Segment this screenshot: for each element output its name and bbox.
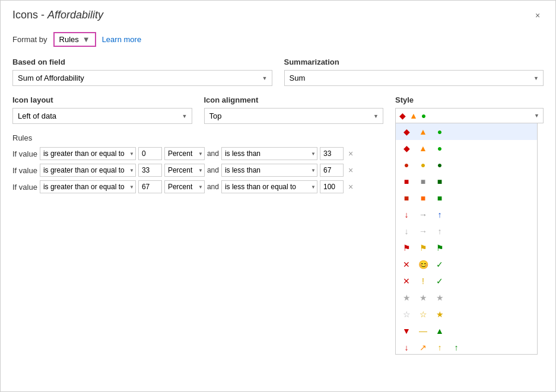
style-row-12[interactable]: ▼—▲ bbox=[396, 323, 537, 339]
style-icon: ▲ bbox=[417, 142, 429, 154]
style-panel: Style ◆ ▲ ● ▼ ◆▲●◆▲●●●●■■■■■■↓→↑↓→↑⚑⚑⚑✕😊… bbox=[395, 95, 544, 355]
style-row-1[interactable]: ◆▲● bbox=[396, 140, 537, 157]
icon-alignment-group: Icon alignment Top bbox=[204, 95, 384, 124]
style-icon: ! bbox=[417, 275, 429, 287]
style-icon: ↓ bbox=[401, 342, 412, 353]
rule-condition1-2-wrapper: is greater than or equal tois less thani… bbox=[40, 180, 136, 193]
rule-row-2: If valueis greater than or equal tois le… bbox=[12, 180, 383, 193]
rule-and-0: and bbox=[207, 149, 219, 158]
based-on-field-select[interactable]: Sum of Affordability bbox=[12, 70, 272, 86]
icon-layout-label: Icon layout bbox=[12, 95, 192, 104]
rule-rows: If valueis greater than or equal tois le… bbox=[12, 147, 383, 193]
rule-condition1-1-wrapper: is greater than or equal tois less thani… bbox=[40, 164, 136, 177]
style-icon: 😊 bbox=[417, 259, 429, 270]
rule-delete-0[interactable]: × bbox=[348, 149, 353, 158]
rule-row-1: If valueis greater than or equal tois le… bbox=[12, 164, 383, 177]
based-on-field-group: Based on field Sum of Affordability bbox=[12, 58, 272, 86]
rule-value2-2[interactable] bbox=[320, 180, 344, 193]
style-icon: ↓ bbox=[401, 225, 412, 237]
style-row-4[interactable]: ■■■ bbox=[396, 190, 537, 206]
icon-layout-select[interactable]: Left of data bbox=[12, 108, 192, 124]
style-icon: ↑ bbox=[450, 342, 462, 353]
style-icon: ■ bbox=[434, 192, 446, 204]
rule-delete-1[interactable]: × bbox=[348, 165, 353, 175]
field-summarization-row: Based on field Sum of Affordability Summ… bbox=[12, 58, 544, 86]
learn-more-link[interactable]: Learn more bbox=[102, 35, 141, 44]
style-icon: ⚑ bbox=[434, 242, 446, 254]
style-row-2[interactable]: ●●● bbox=[396, 157, 537, 173]
icons-dialog: Icons - Affordability × Format by Rules … bbox=[0, 0, 556, 392]
rule-value1-1[interactable] bbox=[138, 164, 162, 177]
style-row-13[interactable]: ↓↗↑↑ bbox=[396, 339, 537, 355]
title-bar: Icons - Affordability × bbox=[1, 1, 555, 27]
style-label: Style bbox=[395, 95, 544, 104]
style-row-3[interactable]: ■■■ bbox=[396, 173, 537, 190]
rule-condition2-1[interactable]: is greater than or equal tois less thani… bbox=[221, 164, 317, 177]
style-icon: ⚑ bbox=[401, 242, 412, 254]
rule-unit-1-wrapper: PercentNumber bbox=[164, 164, 205, 177]
style-icon: ✓ bbox=[434, 275, 446, 287]
rule-unit-2[interactable]: PercentNumber bbox=[164, 180, 205, 193]
icon-alignment-select[interactable]: Top bbox=[204, 108, 384, 124]
rule-unit-0[interactable]: PercentNumber bbox=[164, 147, 205, 160]
style-row-7[interactable]: ⚑⚑⚑ bbox=[396, 240, 537, 256]
format-by-select[interactable]: Rules ▼ bbox=[53, 32, 96, 47]
rule-unit-1[interactable]: PercentNumber bbox=[164, 164, 205, 177]
style-icon: ▲ bbox=[417, 126, 429, 138]
style-icon: ◆ bbox=[401, 126, 412, 138]
style-icon: ◆ bbox=[401, 142, 412, 154]
rule-value1-0[interactable] bbox=[138, 147, 162, 160]
style-icon: ■ bbox=[401, 176, 412, 187]
style-icon: ★ bbox=[417, 292, 429, 304]
rule-condition2-2[interactable]: is greater than or equal tois less thani… bbox=[221, 180, 317, 193]
style-icon: ↓ bbox=[401, 209, 412, 221]
close-button[interactable]: × bbox=[532, 9, 544, 21]
rule-delete-2[interactable]: × bbox=[348, 182, 353, 192]
rule-value2-1[interactable] bbox=[320, 164, 344, 177]
format-row: Format by Rules ▼ Learn more bbox=[12, 32, 544, 47]
style-icon: ▲ bbox=[434, 325, 446, 337]
summarization-wrapper: Sum bbox=[284, 70, 544, 86]
style-icon: ↗ bbox=[417, 342, 429, 353]
summarization-select[interactable]: Sum bbox=[284, 70, 544, 86]
style-row-11[interactable]: ☆☆★ bbox=[396, 306, 537, 323]
style-dropdown[interactable]: ◆▲●◆▲●●●●■■■■■■↓→↑↓→↑⚑⚑⚑✕😊✓✕!✓★★★☆☆★▼—▲↓… bbox=[395, 123, 538, 355]
rule-condition2-1-wrapper: is greater than or equal tois less thani… bbox=[221, 164, 317, 177]
style-icon: ⚑ bbox=[417, 242, 429, 254]
rule-condition1-2[interactable]: is greater than or equal tois less thani… bbox=[40, 180, 136, 193]
style-row-5[interactable]: ↓→↑ bbox=[396, 206, 537, 223]
style-icon: ■ bbox=[417, 192, 429, 204]
style-icon: ↑ bbox=[434, 342, 446, 353]
style-row-10[interactable]: ★★★ bbox=[396, 289, 537, 306]
rule-if-label: If value bbox=[12, 149, 37, 158]
style-icon: ● bbox=[434, 142, 446, 154]
style-row-6[interactable]: ↓→↑ bbox=[396, 223, 537, 240]
rule-unit-0-wrapper: PercentNumber bbox=[164, 147, 205, 160]
title-italic: Affordability bbox=[47, 9, 103, 21]
rule-row-0: If valueis greater than or equal tois le… bbox=[12, 147, 383, 160]
rules-label: Rules bbox=[12, 133, 383, 142]
style-icon: ■ bbox=[417, 176, 429, 187]
rule-condition1-1[interactable]: is greater than or equal tois less thani… bbox=[40, 164, 136, 177]
icon-alignment-label: Icon alignment bbox=[204, 95, 384, 104]
style-icon: — bbox=[417, 325, 429, 337]
rule-value2-0[interactable] bbox=[320, 147, 344, 160]
rule-condition2-2-wrapper: is greater than or equal tois less thani… bbox=[221, 180, 317, 193]
format-by-label: Format by bbox=[12, 35, 47, 44]
rule-unit-2-wrapper: PercentNumber bbox=[164, 180, 205, 193]
rule-value1-2[interactable] bbox=[138, 180, 162, 193]
title-prefix: Icons - bbox=[12, 9, 47, 21]
rule-if-label: If value bbox=[12, 183, 37, 192]
summarization-label: Summarization bbox=[284, 58, 544, 66]
rule-condition2-0[interactable]: is greater than or equal tois less thani… bbox=[221, 147, 317, 160]
rule-and-2: and bbox=[207, 183, 219, 191]
style-icon: ☆ bbox=[401, 308, 412, 320]
rule-condition1-0[interactable]: is greater than or equal tois less thani… bbox=[40, 147, 136, 160]
style-row-9[interactable]: ✕!✓ bbox=[396, 273, 537, 289]
style-top-select[interactable]: ◆ ▲ ● ▼ bbox=[395, 108, 544, 123]
style-row-8[interactable]: ✕😊✓ bbox=[396, 256, 537, 273]
dialog-title: Icons - Affordability bbox=[12, 9, 103, 21]
style-icon: ● bbox=[417, 159, 429, 171]
style-icon: ★ bbox=[434, 292, 446, 304]
style-row-0[interactable]: ◆▲● bbox=[396, 123, 537, 140]
